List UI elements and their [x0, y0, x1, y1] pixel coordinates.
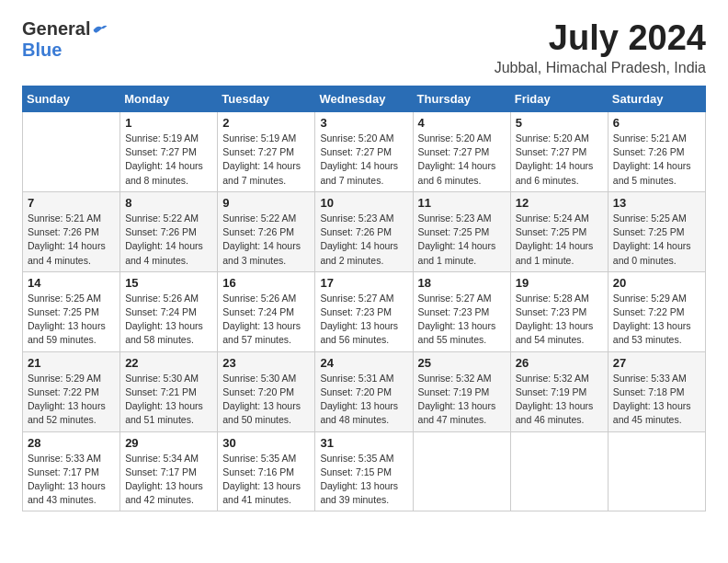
- title-block: July 2024 Jubbal, Himachal Pradesh, Indi…: [495, 18, 706, 76]
- calendar-cell: 17Sunrise: 5:27 AMSunset: 7:23 PMDayligh…: [315, 271, 413, 351]
- calendar-cell: 14Sunrise: 5:25 AMSunset: 7:25 PMDayligh…: [23, 271, 120, 351]
- day-number: 24: [320, 356, 407, 370]
- weekday-header-row: SundayMondayTuesdayWednesdayThursdayFrid…: [23, 86, 706, 112]
- day-number: 11: [418, 196, 506, 210]
- logo-blue: Blue: [22, 40, 62, 60]
- day-info: Sunrise: 5:34 AMSunset: 7:17 PMDaylight:…: [125, 452, 212, 508]
- day-info: Sunrise: 5:22 AMSunset: 7:26 PMDaylight:…: [222, 212, 310, 268]
- calendar-cell: 25Sunrise: 5:32 AMSunset: 7:19 PMDayligh…: [413, 351, 510, 431]
- day-number: 18: [418, 276, 506, 290]
- day-info: Sunrise: 5:28 AMSunset: 7:23 PMDaylight:…: [516, 292, 603, 348]
- calendar-cell: 30Sunrise: 5:35 AMSunset: 7:16 PMDayligh…: [218, 431, 315, 511]
- day-number: 31: [320, 436, 407, 450]
- calendar-cell: 22Sunrise: 5:30 AMSunset: 7:21 PMDayligh…: [120, 351, 218, 431]
- calendar-cell: 3Sunrise: 5:20 AMSunset: 7:27 PMDaylight…: [315, 112, 413, 192]
- day-info: Sunrise: 5:30 AMSunset: 7:21 PMDaylight:…: [125, 372, 212, 428]
- day-info: Sunrise: 5:19 AMSunset: 7:27 PMDaylight:…: [125, 132, 212, 188]
- calendar-week-row: 28Sunrise: 5:33 AMSunset: 7:17 PMDayligh…: [23, 431, 706, 511]
- calendar-cell: 13Sunrise: 5:25 AMSunset: 7:25 PMDayligh…: [608, 191, 705, 271]
- day-number: 16: [222, 276, 310, 290]
- calendar-cell: 6Sunrise: 5:21 AMSunset: 7:26 PMDaylight…: [608, 112, 705, 192]
- day-number: 25: [418, 356, 506, 370]
- day-info: Sunrise: 5:31 AMSunset: 7:20 PMDaylight:…: [320, 372, 407, 428]
- calendar-cell: 2Sunrise: 5:19 AMSunset: 7:27 PMDaylight…: [218, 112, 315, 192]
- day-number: 28: [28, 436, 115, 450]
- calendar-table: SundayMondayTuesdayWednesdayThursdayFrid…: [22, 86, 706, 511]
- calendar-cell: 21Sunrise: 5:29 AMSunset: 7:22 PMDayligh…: [23, 351, 120, 431]
- logo: General Blue: [22, 18, 108, 61]
- calendar-cell: 7Sunrise: 5:21 AMSunset: 7:26 PMDaylight…: [23, 191, 120, 271]
- calendar-cell: 23Sunrise: 5:30 AMSunset: 7:20 PMDayligh…: [218, 351, 315, 431]
- calendar-cell: [608, 431, 705, 511]
- calendar-cell: 16Sunrise: 5:26 AMSunset: 7:24 PMDayligh…: [218, 271, 315, 351]
- day-number: 12: [516, 196, 603, 210]
- day-number: 3: [320, 116, 407, 130]
- calendar-cell: 15Sunrise: 5:26 AMSunset: 7:24 PMDayligh…: [120, 271, 218, 351]
- day-number: 1: [125, 116, 212, 130]
- day-info: Sunrise: 5:20 AMSunset: 7:27 PMDaylight:…: [418, 132, 506, 188]
- day-number: 20: [613, 276, 700, 290]
- logo-bird-icon: [92, 23, 108, 36]
- calendar-week-row: 1Sunrise: 5:19 AMSunset: 7:27 PMDaylight…: [23, 112, 706, 192]
- calendar-cell: 1Sunrise: 5:19 AMSunset: 7:27 PMDaylight…: [120, 112, 218, 192]
- calendar-cell: 9Sunrise: 5:22 AMSunset: 7:26 PMDaylight…: [218, 191, 315, 271]
- logo-general: General: [22, 18, 90, 40]
- day-info: Sunrise: 5:26 AMSunset: 7:24 PMDaylight:…: [125, 292, 212, 348]
- calendar-cell: 11Sunrise: 5:23 AMSunset: 7:25 PMDayligh…: [413, 191, 510, 271]
- day-info: Sunrise: 5:32 AMSunset: 7:19 PMDaylight:…: [418, 372, 506, 428]
- day-number: 6: [613, 116, 700, 130]
- location-subtitle: Jubbal, Himachal Pradesh, India: [495, 60, 706, 76]
- day-number: 30: [222, 436, 310, 450]
- day-number: 19: [516, 276, 603, 290]
- calendar-cell: 26Sunrise: 5:32 AMSunset: 7:19 PMDayligh…: [510, 351, 608, 431]
- day-info: Sunrise: 5:30 AMSunset: 7:20 PMDaylight:…: [222, 372, 310, 428]
- day-number: 2: [222, 116, 310, 130]
- weekday-header-tuesday: Tuesday: [218, 86, 315, 112]
- day-info: Sunrise: 5:24 AMSunset: 7:25 PMDaylight:…: [516, 212, 603, 268]
- calendar-cell: 8Sunrise: 5:22 AMSunset: 7:26 PMDaylight…: [120, 191, 218, 271]
- calendar-cell: 19Sunrise: 5:28 AMSunset: 7:23 PMDayligh…: [510, 271, 608, 351]
- calendar-cell: 27Sunrise: 5:33 AMSunset: 7:18 PMDayligh…: [608, 351, 705, 431]
- day-info: Sunrise: 5:26 AMSunset: 7:24 PMDaylight:…: [222, 292, 310, 348]
- calendar-cell: 29Sunrise: 5:34 AMSunset: 7:17 PMDayligh…: [120, 431, 218, 511]
- calendar-cell: [510, 431, 608, 511]
- calendar-cell: 4Sunrise: 5:20 AMSunset: 7:27 PMDaylight…: [413, 112, 510, 192]
- day-info: Sunrise: 5:21 AMSunset: 7:26 PMDaylight:…: [613, 132, 700, 188]
- day-info: Sunrise: 5:32 AMSunset: 7:19 PMDaylight:…: [516, 372, 603, 428]
- day-info: Sunrise: 5:23 AMSunset: 7:26 PMDaylight:…: [320, 212, 407, 268]
- day-number: 21: [28, 356, 115, 370]
- day-info: Sunrise: 5:33 AMSunset: 7:17 PMDaylight:…: [28, 452, 115, 508]
- day-number: 23: [222, 356, 310, 370]
- day-number: 8: [125, 196, 212, 210]
- weekday-header-monday: Monday: [120, 86, 218, 112]
- day-info: Sunrise: 5:20 AMSunset: 7:27 PMDaylight:…: [516, 132, 603, 188]
- day-info: Sunrise: 5:25 AMSunset: 7:25 PMDaylight:…: [28, 292, 115, 348]
- calendar-cell: 5Sunrise: 5:20 AMSunset: 7:27 PMDaylight…: [510, 112, 608, 192]
- calendar-cell: [23, 112, 120, 192]
- month-year-title: July 2024: [495, 18, 706, 58]
- calendar-cell: 18Sunrise: 5:27 AMSunset: 7:23 PMDayligh…: [413, 271, 510, 351]
- day-info: Sunrise: 5:19 AMSunset: 7:27 PMDaylight:…: [222, 132, 310, 188]
- calendar-cell: 28Sunrise: 5:33 AMSunset: 7:17 PMDayligh…: [23, 431, 120, 511]
- day-number: 22: [125, 356, 212, 370]
- day-info: Sunrise: 5:35 AMSunset: 7:15 PMDaylight:…: [320, 452, 407, 508]
- day-info: Sunrise: 5:27 AMSunset: 7:23 PMDaylight:…: [418, 292, 506, 348]
- calendar-week-row: 14Sunrise: 5:25 AMSunset: 7:25 PMDayligh…: [23, 271, 706, 351]
- day-number: 7: [28, 196, 115, 210]
- calendar-cell: 31Sunrise: 5:35 AMSunset: 7:15 PMDayligh…: [315, 431, 413, 511]
- calendar-cell: 20Sunrise: 5:29 AMSunset: 7:22 PMDayligh…: [608, 271, 705, 351]
- day-info: Sunrise: 5:21 AMSunset: 7:26 PMDaylight:…: [28, 212, 115, 268]
- weekday-header-sunday: Sunday: [23, 86, 120, 112]
- day-info: Sunrise: 5:23 AMSunset: 7:25 PMDaylight:…: [418, 212, 506, 268]
- day-info: Sunrise: 5:27 AMSunset: 7:23 PMDaylight:…: [320, 292, 407, 348]
- day-number: 14: [28, 276, 115, 290]
- calendar-week-row: 21Sunrise: 5:29 AMSunset: 7:22 PMDayligh…: [23, 351, 706, 431]
- day-number: 26: [516, 356, 603, 370]
- day-info: Sunrise: 5:29 AMSunset: 7:22 PMDaylight:…: [613, 292, 700, 348]
- day-info: Sunrise: 5:20 AMSunset: 7:27 PMDaylight:…: [320, 132, 407, 188]
- day-number: 17: [320, 276, 407, 290]
- day-info: Sunrise: 5:22 AMSunset: 7:26 PMDaylight:…: [125, 212, 212, 268]
- day-info: Sunrise: 5:33 AMSunset: 7:18 PMDaylight:…: [613, 372, 700, 428]
- page-header: General Blue July 2024 Jubbal, Himachal …: [22, 18, 706, 76]
- day-number: 13: [613, 196, 700, 210]
